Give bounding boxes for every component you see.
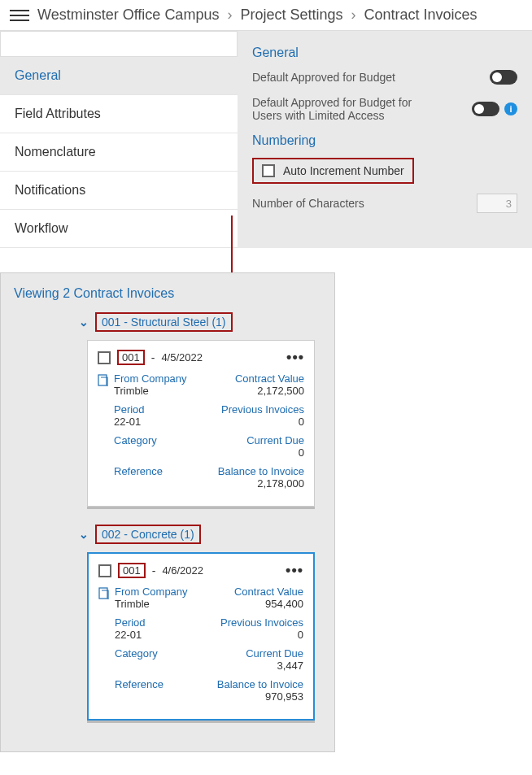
chevron-right-icon: › (351, 7, 355, 24)
invoice-card[interactable]: 001 - 4/6/2022 ••• From Company Trimble … (87, 552, 315, 721)
breadcrumb-project[interactable]: Westminster Office Campus (37, 7, 219, 24)
previous-invoices-label: Previous Invoices (221, 403, 304, 416)
current-due-label: Current Due (246, 647, 303, 660)
current-due-value: 0 (299, 446, 304, 459)
separator: - (152, 564, 156, 577)
group-label: 002 - Concrete (1) (95, 525, 201, 544)
invoice-select-checkbox[interactable] (98, 351, 111, 364)
invoice-number: 001 (117, 350, 145, 365)
chevron-right-icon: › (227, 7, 232, 24)
nav-field-attributes[interactable]: Field Attributes (0, 95, 238, 133)
invoice-panel-title: Viewing 2 Contract Invoices (14, 286, 321, 301)
nav-workflow[interactable]: Workflow (0, 210, 238, 248)
general-section-title: General (252, 46, 517, 60)
invoice-select-checkbox[interactable] (98, 564, 111, 577)
from-company-label: From Company (114, 372, 187, 385)
contract-value: 2,172,500 (257, 385, 304, 397)
separator: - (151, 351, 155, 364)
breadcrumb-settings[interactable]: Project Settings (240, 7, 342, 24)
app-header: Westminster Office Campus › Project Sett… (0, 0, 532, 30)
category-label: Category (114, 434, 157, 446)
contract-value-label: Contract Value (234, 586, 303, 598)
group-label: 001 - Structural Steel (1) (95, 312, 233, 332)
document-icon (98, 587, 110, 600)
chevron-down-icon: ⌄ (79, 316, 89, 329)
settings-nav: General Field Attributes Nomenclature No… (0, 31, 238, 248)
from-company-value: Trimble (114, 385, 187, 397)
invoice-date: 4/5/2022 (161, 351, 203, 364)
default-approved-limited-label: Default Approved for Budget for Users wi… (252, 96, 439, 122)
invoice-panel: Viewing 2 Contract Invoices ⌄ 001 - Stru… (0, 272, 335, 752)
period-label: Period (114, 403, 145, 416)
default-approved-label: Default Approved for Budget (252, 71, 395, 84)
invoice-card[interactable]: 001 - 4/5/2022 ••• From Company Trimble … (87, 340, 315, 507)
default-approved-toggle[interactable] (490, 70, 517, 85)
balance-value: 970,953 (265, 690, 303, 703)
period-label: Period (115, 616, 146, 629)
reference-label: Reference (115, 678, 164, 690)
settings-area: General Field Attributes Nomenclature No… (0, 30, 532, 248)
info-icon[interactable]: i (504, 102, 517, 115)
period-value: 22-01 (115, 629, 146, 641)
current-due-value: 3,447 (277, 660, 303, 672)
previous-invoices-label: Previous Invoices (220, 616, 303, 629)
nav-general[interactable]: General (0, 57, 238, 95)
previous-invoices-value: 0 (299, 416, 304, 428)
nav-nomenclature[interactable]: Nomenclature (0, 133, 238, 172)
balance-label: Balance to Invoice (217, 678, 303, 690)
svg-rect-1 (98, 375, 107, 385)
invoice-group-header[interactable]: ⌄ 001 - Structural Steel (1) (79, 312, 321, 332)
svg-rect-2 (99, 588, 107, 599)
chevron-down-icon: ⌄ (79, 528, 89, 541)
from-company-value: Trimble (115, 598, 188, 610)
category-label: Category (115, 647, 158, 660)
reference-label: Reference (114, 465, 163, 477)
period-value: 22-01 (114, 416, 145, 428)
more-icon[interactable]: ••• (286, 349, 304, 366)
settings-form: General Default Approved for Budget Defa… (238, 31, 532, 248)
default-approved-limited-toggle[interactable] (472, 102, 499, 116)
invoice-date: 4/6/2022 (162, 564, 203, 577)
filter-bar[interactable] (0, 31, 238, 57)
more-icon[interactable]: ••• (286, 562, 303, 579)
contract-value: 954,400 (265, 598, 303, 610)
previous-invoices-value: 0 (298, 629, 303, 641)
num-chars-label: Number of Characters (252, 197, 364, 210)
balance-value: 2,178,000 (257, 477, 304, 490)
num-chars-input[interactable] (477, 194, 517, 213)
invoice-group-header[interactable]: ⌄ 002 - Concrete (1) (79, 525, 321, 544)
from-company-label: From Company (115, 586, 188, 598)
nav-notifications[interactable]: Notifications (0, 172, 238, 210)
hamburger-icon[interactable] (10, 10, 29, 21)
breadcrumb-page[interactable]: Contract Invoices (364, 7, 477, 24)
contract-value-label: Contract Value (235, 372, 304, 385)
balance-label: Balance to Invoice (218, 465, 304, 477)
auto-increment-highlight: Auto Increment Number (252, 158, 414, 184)
auto-increment-label: Auto Increment Number (283, 164, 404, 177)
current-due-label: Current Due (246, 434, 304, 446)
auto-increment-checkbox[interactable] (262, 164, 275, 177)
invoice-number: 001 (118, 563, 146, 578)
numbering-section-title: Numbering (252, 133, 517, 148)
document-icon (98, 374, 109, 387)
